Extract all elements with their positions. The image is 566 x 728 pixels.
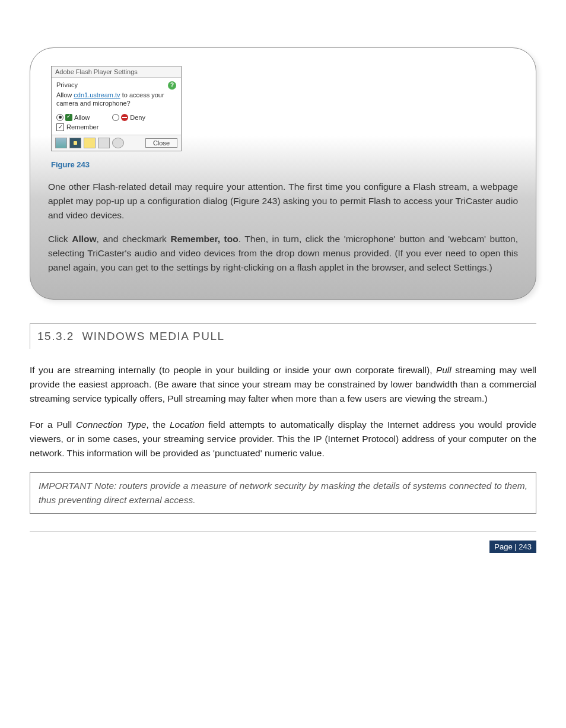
page-number-badge: Page | 243 <box>489 541 536 553</box>
section-number: 15.3.2 <box>37 330 74 342</box>
callout-paragraph-2: Click Allow, and checkmark Remember, too… <box>48 232 518 275</box>
privacy-label: Privacy <box>56 81 78 88</box>
callout-paragraph-1: One other Flash-related detail may requi… <box>48 180 518 222</box>
camera-tab-icon[interactable] <box>112 138 124 148</box>
important-note-box: IMPORTANT Note: routers provide a measur… <box>30 472 536 514</box>
remember-label: Remember <box>66 123 98 131</box>
deny-radio[interactable]: Deny <box>112 114 145 121</box>
remember-checkbox[interactable]: ✓ Remember <box>52 123 181 135</box>
figure-caption: Figure 243 <box>51 160 518 169</box>
section-heading: 15.3.2 WINDOWS MEDIA PULL <box>30 323 536 349</box>
allow-label: Allow <box>74 114 90 121</box>
allow-shield-icon <box>65 114 72 121</box>
domain-link[interactable]: cdn1.ustream.tv <box>74 91 120 98</box>
body-paragraph-2: For a Pull Connection Type, the Location… <box>30 418 536 460</box>
privacy-question: Allow cdn1.ustream.tv to access your cam… <box>56 91 176 108</box>
deny-label: Deny <box>130 114 145 121</box>
section-title: WINDOWS MEDIA PULL <box>82 330 224 342</box>
footer-rule <box>30 532 536 532</box>
display-tab-icon[interactable] <box>55 138 67 148</box>
privacy-tab-icon[interactable] <box>69 138 81 148</box>
callout-box: Adobe Flash Player Settings Privacy ? Al… <box>30 47 536 300</box>
help-icon[interactable]: ? <box>168 81 176 90</box>
microphone-tab-icon[interactable] <box>98 138 110 148</box>
storage-tab-icon[interactable] <box>84 138 96 148</box>
dialog-title: Adobe Flash Player Settings <box>52 66 181 78</box>
allow-radio[interactable]: Allow <box>56 114 90 121</box>
body-paragraph-1: If you are streaming internally (to peop… <box>30 363 536 406</box>
page-footer: Page | 243 <box>30 541 536 553</box>
checkbox-icon: ✓ <box>56 123 64 131</box>
deny-shield-icon <box>121 114 128 121</box>
flash-settings-dialog: Adobe Flash Player Settings Privacy ? Al… <box>51 66 182 151</box>
close-button[interactable]: Close <box>145 138 177 148</box>
figure-reference: Figure 243 <box>233 196 277 206</box>
